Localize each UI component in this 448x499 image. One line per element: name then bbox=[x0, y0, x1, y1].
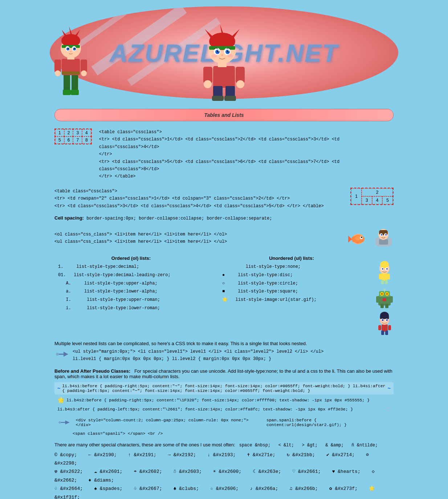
svg-point-66 bbox=[385, 234, 387, 236]
svg-rect-5 bbox=[62, 71, 80, 74]
svg-rect-83 bbox=[380, 304, 384, 308]
svg-marker-106 bbox=[64, 352, 68, 357]
svg-point-91 bbox=[383, 289, 386, 291]
svg-point-78 bbox=[382, 268, 383, 270]
sprite-girl bbox=[376, 312, 393, 335]
svg-rect-28 bbox=[212, 96, 224, 101]
demo-table-1: 1 2 3 4 5 6 7 8 bbox=[54, 128, 92, 144]
section-title: Tables and Lists bbox=[204, 112, 244, 118]
svg-rect-71 bbox=[387, 274, 390, 279]
svg-rect-68 bbox=[389, 238, 392, 245]
character-center bbox=[186, 12, 262, 105]
sprite-chibi-yellow bbox=[375, 259, 394, 285]
sprite-arrow-col bbox=[57, 417, 70, 428]
svg-point-24 bbox=[70, 51, 72, 52]
svg-point-65 bbox=[381, 234, 382, 236]
svg-point-50 bbox=[228, 50, 229, 52]
table-code-1: <table class="cssclass"> <tr> <td class=… bbox=[99, 128, 394, 180]
svg-rect-25 bbox=[213, 66, 235, 88]
svg-point-52 bbox=[211, 54, 217, 58]
svg-point-89 bbox=[386, 293, 388, 295]
svg-rect-67 bbox=[375, 238, 378, 245]
svg-rect-97 bbox=[385, 331, 388, 335]
svg-rect-95 bbox=[388, 325, 391, 330]
demo-table-2: 1 2 3 4 5 bbox=[350, 188, 394, 205]
svg-rect-96 bbox=[381, 331, 384, 335]
svg-point-22 bbox=[68, 48, 69, 49]
svg-rect-81 bbox=[376, 296, 379, 303]
svg-rect-73 bbox=[385, 280, 388, 284]
svg-point-109 bbox=[58, 421, 61, 424]
cell-spacing-info: Cell spacing: border-spacing:0px; border… bbox=[54, 215, 394, 221]
svg-marker-55 bbox=[348, 236, 352, 243]
svg-rect-60 bbox=[379, 239, 388, 245]
table-example-1: 1 2 3 4 5 6 7 8 <table class="cssclass">… bbox=[54, 128, 394, 180]
svg-point-9 bbox=[81, 70, 87, 76]
svg-point-107 bbox=[56, 353, 59, 356]
nested-list-section: Multiple level nested lists can be compl… bbox=[54, 341, 394, 363]
svg-rect-94 bbox=[378, 325, 381, 330]
svg-marker-39 bbox=[229, 29, 240, 40]
svg-rect-17 bbox=[62, 45, 80, 48]
svg-point-49 bbox=[218, 50, 219, 52]
svg-point-8 bbox=[55, 70, 61, 76]
svg-point-79 bbox=[386, 268, 388, 270]
svg-rect-70 bbox=[379, 274, 382, 279]
svg-rect-3 bbox=[71, 90, 79, 95]
svg-point-58 bbox=[355, 236, 361, 240]
sprite-box-character bbox=[374, 226, 394, 250]
svg-rect-0 bbox=[64, 73, 70, 91]
svg-point-23 bbox=[74, 48, 76, 49]
svg-point-51 bbox=[221, 54, 223, 56]
svg-rect-7 bbox=[81, 60, 87, 72]
svg-point-104 bbox=[379, 320, 382, 322]
before-after-section: Before and After Pseudo Classes: For spe… bbox=[54, 368, 394, 437]
sprite-fish bbox=[348, 228, 368, 248]
svg-marker-108 bbox=[65, 420, 70, 424]
section-header: Tables and Lists bbox=[54, 109, 394, 121]
svg-rect-2 bbox=[63, 90, 71, 95]
svg-rect-29 bbox=[224, 96, 236, 101]
sprite-robot bbox=[375, 288, 394, 308]
svg-rect-90 bbox=[383, 298, 386, 301]
svg-rect-84 bbox=[385, 304, 388, 308]
svg-rect-72 bbox=[381, 280, 384, 284]
lists-section: Ordered (ol) lists: 1. list-style-type:d… bbox=[54, 255, 394, 335]
special-chars-section: There are many other special characters,… bbox=[54, 442, 394, 499]
svg-point-75 bbox=[380, 261, 389, 268]
svg-rect-42 bbox=[209, 46, 235, 50]
svg-marker-37 bbox=[205, 29, 215, 40]
svg-rect-82 bbox=[390, 296, 393, 303]
sprite-arrow-nested bbox=[54, 348, 69, 361]
svg-point-53 bbox=[227, 54, 233, 58]
svg-point-57 bbox=[361, 237, 362, 238]
svg-rect-6 bbox=[54, 60, 61, 72]
svg-point-88 bbox=[381, 293, 383, 295]
list-code-section: <ol class="css_class"> <li>item here</li… bbox=[54, 226, 394, 250]
character-left bbox=[47, 23, 94, 103]
svg-point-32 bbox=[204, 80, 212, 88]
svg-rect-69 bbox=[382, 273, 387, 281]
svg-rect-1 bbox=[72, 73, 78, 91]
svg-point-105 bbox=[387, 320, 390, 322]
svg-point-33 bbox=[236, 80, 244, 88]
table-example-2: <table class="cssclass"> <tr> <td rowspa… bbox=[54, 188, 394, 210]
